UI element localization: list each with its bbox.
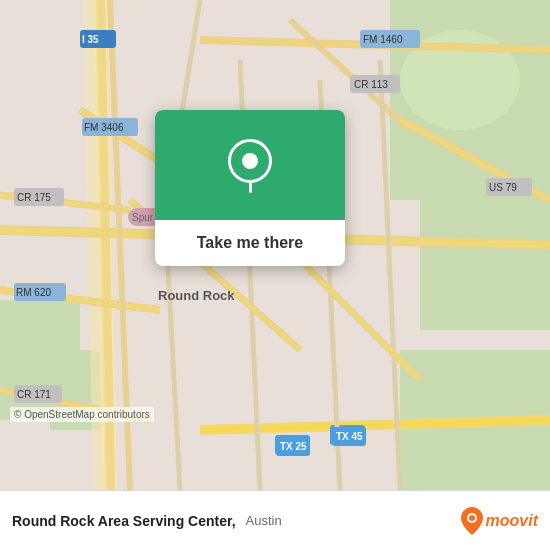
place-name: Round Rock Area Serving Center, — [12, 513, 236, 529]
map-view[interactable]: Round Rock I 35 FM 1460 CR 113 FM 3406 C… — [0, 0, 550, 490]
svg-text:FM 1460: FM 1460 — [363, 34, 403, 45]
location-popup: Take me there — [155, 110, 345, 266]
moovit-logo: moovit — [461, 507, 538, 535]
svg-text:TX 25: TX 25 — [280, 441, 307, 452]
copyright-text: © OpenStreetMap contributors — [10, 407, 154, 422]
svg-text:CR 171: CR 171 — [17, 389, 51, 400]
svg-text:CR 175: CR 175 — [17, 192, 51, 203]
moovit-pin-icon — [461, 507, 483, 535]
svg-text:FM 3406: FM 3406 — [84, 122, 124, 133]
location-pin-icon — [228, 139, 272, 191]
svg-text:RM 620: RM 620 — [16, 287, 51, 298]
svg-text:Spur: Spur — [132, 212, 154, 223]
svg-point-33 — [469, 515, 475, 521]
svg-text:CR 113: CR 113 — [354, 79, 388, 90]
moovit-brand-text: moovit — [486, 512, 538, 530]
take-me-there-button[interactable]: Take me there — [167, 230, 333, 256]
place-city: Austin — [246, 513, 282, 528]
svg-text:US 79: US 79 — [489, 182, 517, 193]
popup-header — [155, 110, 345, 220]
svg-text:Round Rock: Round Rock — [158, 288, 235, 303]
bottom-bar: Round Rock Area Serving Center, Austin m… — [0, 490, 550, 550]
svg-text:I 35: I 35 — [82, 34, 99, 45]
popup-body: Take me there — [155, 220, 345, 266]
svg-text:TX 45: TX 45 — [336, 431, 363, 442]
